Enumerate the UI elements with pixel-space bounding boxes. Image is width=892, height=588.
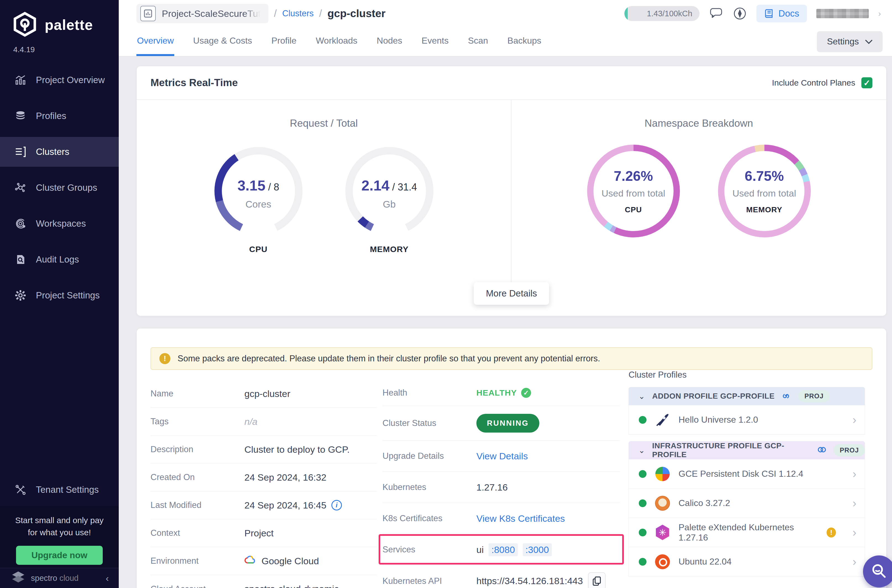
addon-profile-section-header[interactable]: ⌄ ADDON PROFILE GCP-PROFILE PROJ bbox=[629, 387, 865, 405]
field-health: Health HEALTHY ✓ bbox=[383, 380, 620, 406]
sidebar-item-workspaces[interactable]: Workspaces bbox=[0, 209, 119, 238]
user-caret-icon[interactable]: › bbox=[878, 9, 881, 18]
search-assistant-fab[interactable] bbox=[863, 555, 892, 588]
project-name: Project-ScaleSecureTutorial bbox=[162, 8, 261, 19]
breadcrumb-clusters-link[interactable]: Clusters bbox=[282, 9, 314, 18]
tab-usage-costs[interactable]: Usage & Costs bbox=[192, 27, 252, 56]
memory-gauge-label: MEMORY bbox=[343, 244, 436, 254]
warning-icon: ! bbox=[159, 353, 170, 364]
topbar: Project-ScaleSecureTutorial / Clusters /… bbox=[119, 0, 892, 27]
project-selector[interactable]: Project-ScaleSecureTutorial bbox=[137, 4, 269, 23]
tab-scan[interactable]: Scan bbox=[467, 27, 488, 56]
view-k8s-certificates-link[interactable]: View K8s Certificates bbox=[476, 513, 565, 524]
tab-events[interactable]: Events bbox=[421, 27, 449, 56]
memory-total-value: / 31.4 bbox=[389, 182, 417, 193]
field-kubernetes-api: Kubernetes API https://34.54.126.181:443 bbox=[383, 566, 620, 588]
server-icon bbox=[14, 146, 27, 158]
sidebar-tenant: Tenant Settings bbox=[0, 475, 119, 511]
magnifier-smile-icon bbox=[871, 563, 887, 580]
namespace-breakdown-pane: Namespace Breakdown 7.26% Used from tota… bbox=[511, 100, 886, 304]
profile-row-ubuntu[interactable]: Ubuntu 22.04 › bbox=[629, 547, 865, 576]
palette-extended-kubernetes-icon: ✳ bbox=[655, 525, 670, 540]
sidebar-item-project-overview[interactable]: Project Overview bbox=[0, 65, 119, 95]
link-icon bbox=[817, 445, 827, 456]
spectro-cloud-logo bbox=[11, 570, 26, 586]
cpu-unit: Cores bbox=[212, 199, 305, 210]
tab-nodes[interactable]: Nodes bbox=[376, 27, 403, 56]
collapse-sidebar-icon[interactable]: ‹ bbox=[106, 573, 109, 584]
view-details-link[interactable]: View Details bbox=[476, 451, 528, 462]
sidebar-item-project-settings[interactable]: Project Settings bbox=[0, 280, 119, 310]
health-status: HEALTHY ✓ bbox=[476, 388, 531, 398]
profile-row-gce-csi[interactable]: GCE Persistent Disk CSI 1.12.4 › bbox=[629, 459, 865, 489]
sidebar-item-clusters[interactable]: Clusters bbox=[0, 137, 119, 167]
request-total-pane: Request / Total 3.15 / 8 Cores CPU bbox=[137, 100, 511, 304]
info-icon[interactable]: i bbox=[331, 500, 342, 510]
link-icon bbox=[782, 391, 791, 401]
google-cloud-icon bbox=[245, 555, 257, 567]
memory-donut-label: MEMORY bbox=[746, 206, 782, 214]
usage-quota-badge[interactable]: 1.43/100kCh bbox=[625, 6, 700, 21]
profile-row-hello-universe[interactable]: Hello Universe 1.2.0 › bbox=[629, 405, 865, 435]
palette-logo-icon bbox=[12, 12, 38, 38]
sidebar-item-tenant-settings[interactable]: Tenant Settings bbox=[0, 475, 119, 505]
layers-icon bbox=[14, 110, 27, 122]
more-details-button[interactable]: More Details bbox=[474, 282, 549, 305]
topbar-actions: 1.43/100kCh Docs › bbox=[625, 5, 892, 22]
chart-icon bbox=[14, 74, 27, 86]
sidebar: palette 4.4.19 Project Overview Profiles… bbox=[0, 0, 119, 588]
project-icon bbox=[140, 6, 156, 21]
cluster-details-card: ! Some packs are deprecated. Please upda… bbox=[137, 328, 886, 588]
sidebar-item-cluster-groups[interactable]: Cluster Groups bbox=[0, 173, 119, 202]
breadcrumb-current: gcp-cluster bbox=[327, 8, 386, 20]
tab-profile[interactable]: Profile bbox=[271, 27, 297, 56]
cluster-profiles-title: Cluster Profiles bbox=[629, 370, 865, 380]
sidebar-item-profiles[interactable]: Profiles bbox=[0, 101, 119, 131]
metrics-body: Request / Total 3.15 / 8 Cores CPU bbox=[137, 100, 886, 304]
compass-icon[interactable] bbox=[733, 6, 747, 21]
memory-request-value: 2.14 bbox=[362, 177, 389, 194]
status-dot-green bbox=[639, 500, 646, 507]
upgrade-now-button[interactable]: Upgrade now bbox=[16, 546, 103, 565]
status-dot-green bbox=[639, 470, 646, 478]
include-control-planes-checkbox[interactable]: ✓ bbox=[861, 77, 872, 88]
chat-icon[interactable] bbox=[709, 6, 723, 21]
service-port-3000-link[interactable]: :3000 bbox=[523, 543, 552, 556]
check-circle-icon: ✓ bbox=[521, 388, 531, 398]
cluster-info-column: Name gcp-cluster Tags n/a Description Cl… bbox=[150, 380, 377, 588]
field-last-modified: Last Modified 24 Sep 2024, 16:45 i bbox=[150, 491, 377, 519]
gce-persistent-disk-icon bbox=[655, 466, 670, 482]
sidebar-item-audit-logs[interactable]: Audit Logs bbox=[0, 244, 119, 274]
infrastructure-profile-section-header[interactable]: ⌄ INFRASTRUCTURE PROFILE GCP-PROFILE PRO… bbox=[629, 441, 865, 459]
cpu-total-value: / 8 bbox=[266, 182, 279, 193]
app-version: 4.4.19 bbox=[0, 38, 119, 54]
field-name: Name gcp-cluster bbox=[150, 380, 377, 408]
field-services: Services ui :8080 :3000 bbox=[383, 534, 620, 566]
cluster-status-column: Health HEALTHY ✓ Cluster Status RUNNING … bbox=[383, 380, 620, 588]
settings-button[interactable]: Settings bbox=[817, 31, 883, 52]
tab-backups[interactable]: Backups bbox=[507, 27, 542, 56]
memory-donut: 6.75% Used from total MEMORY bbox=[718, 145, 811, 237]
docs-label: Docs bbox=[778, 8, 799, 19]
sidebar-item-label: Cluster Groups bbox=[36, 183, 97, 193]
tab-workloads[interactable]: Workloads bbox=[315, 27, 358, 56]
docs-button[interactable]: Docs bbox=[757, 5, 807, 22]
cpu-gauge-label: CPU bbox=[212, 244, 305, 254]
service-port-8080-link[interactable]: :8080 bbox=[488, 543, 518, 556]
pack-warning-icon: ! bbox=[827, 528, 836, 537]
copy-icon[interactable] bbox=[588, 572, 606, 588]
profile-row-palette-extended-kubernetes[interactable]: ✳ Palette eXtended Kubernetes 1.27.16 ! … bbox=[629, 518, 865, 547]
sidebar-item-label: Tenant Settings bbox=[36, 484, 99, 495]
status-dot-green bbox=[639, 529, 646, 536]
tab-overview[interactable]: Overview bbox=[137, 27, 174, 56]
sidebar-item-label: Audit Logs bbox=[36, 254, 79, 265]
chevron-right-icon: › bbox=[853, 526, 856, 539]
cpu-gauge: 3.15 / 8 Cores CPU bbox=[212, 145, 305, 254]
cpu-request-value: 3.15 bbox=[237, 177, 266, 194]
profile-row-calico[interactable]: Calico 3.27.2 › bbox=[629, 489, 865, 518]
audit-log-icon bbox=[14, 254, 27, 266]
cluster-tabbar: Overview Usage & Costs Profile Workloads… bbox=[119, 27, 892, 57]
upgrade-promo: Start small and only pay for what you us… bbox=[0, 506, 119, 568]
user-menu[interactable] bbox=[816, 9, 869, 18]
field-environment: Environment Google Cloud bbox=[150, 547, 377, 575]
